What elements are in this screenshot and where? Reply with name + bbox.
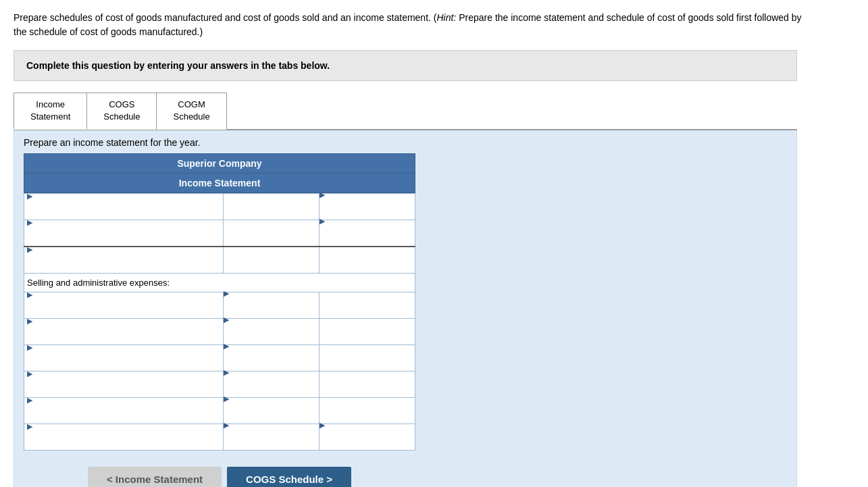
- tabs-container: IncomeStatement COGSSchedule COGMSchedul…: [14, 92, 797, 130]
- row10-col2-input[interactable]: [320, 430, 415, 455]
- row7-col2: [320, 345, 415, 371]
- arrow-icon: ▶: [27, 369, 32, 378]
- label-cell: ▶: [24, 424, 224, 451]
- label-cell: ▶: [24, 220, 224, 247]
- row8-col1-input[interactable]: [224, 377, 319, 403]
- table-row: ▶ ▶: [24, 398, 415, 424]
- label-cell: ▶: [24, 247, 224, 274]
- row5-col1: ▶: [224, 292, 320, 319]
- tab-income-statement[interactable]: IncomeStatement: [14, 93, 87, 130]
- label-cell: ▶: [24, 319, 224, 345]
- arrow-icon: ▶: [224, 342, 229, 351]
- table-row: ▶ ▶ ▶: [24, 424, 415, 451]
- row5-col1-input[interactable]: [224, 298, 319, 324]
- row2-label-input[interactable]: [27, 227, 220, 250]
- instruction-text: Complete this question by entering your …: [26, 60, 784, 71]
- arrow-icon: ▶: [27, 396, 32, 405]
- table-row: ▶ ▶: [24, 292, 415, 319]
- spreadsheet: Superior Company Income Statement ▶ ▶: [24, 153, 415, 451]
- row9-col2-input[interactable]: [320, 398, 415, 424]
- row10-label-input[interactable]: [27, 431, 220, 454]
- tab-instruction: Prepare an income statement for the year…: [24, 137, 787, 148]
- row7-col1-input[interactable]: [224, 351, 319, 376]
- row7-col2-input[interactable]: [320, 345, 415, 371]
- instruction-box: Complete this question by entering your …: [14, 50, 797, 81]
- tab-cogm-schedule[interactable]: COGMSchedule: [156, 93, 226, 130]
- spreadsheet-title: Income Statement: [24, 174, 415, 193]
- row9-col2: [320, 398, 415, 424]
- row6-col2-input[interactable]: [320, 319, 415, 344]
- row2-col1-input[interactable]: [224, 220, 319, 246]
- table-row: ▶: [24, 247, 415, 274]
- arrow-icon: ▶: [320, 421, 325, 430]
- next-button[interactable]: COGS Schedule >: [227, 467, 351, 487]
- arrow-icon: ▶: [320, 190, 325, 199]
- row9-col1-input[interactable]: [224, 403, 319, 429]
- row8-label-input[interactable]: [27, 378, 220, 401]
- arrow-icon: ▶: [27, 218, 32, 227]
- tab-content-area: Prepare an income statement for the year…: [14, 130, 797, 487]
- arrow-icon: ▶: [27, 422, 32, 431]
- arrow-icon: ▶: [27, 317, 32, 326]
- row5-col2-input[interactable]: [320, 292, 415, 318]
- row6-col2: [320, 319, 415, 345]
- table-row: ▶ ▶: [24, 194, 415, 220]
- label-cell: ▶: [24, 398, 224, 424]
- arrow-icon: ▶: [27, 245, 32, 254]
- tab-cogs-schedule[interactable]: COGSSchedule: [86, 93, 157, 130]
- arrow-icon: ▶: [27, 192, 32, 201]
- row1-col2: ▶: [320, 194, 415, 220]
- row10-col1-input[interactable]: [224, 430, 319, 455]
- table-row: ▶ ▶: [24, 319, 415, 345]
- row9-label-input[interactable]: [27, 405, 220, 428]
- row3-label-input[interactable]: [27, 254, 220, 277]
- label-cell: ▶: [24, 371, 224, 398]
- row8-col2-input[interactable]: [320, 371, 415, 397]
- hint-label: Hint:: [437, 12, 457, 23]
- bottom-nav: < Income Statement COGS Schedule >: [24, 467, 415, 487]
- row6-col1-input[interactable]: [224, 324, 319, 350]
- row3-col2: [320, 247, 415, 274]
- row3-col2-input[interactable]: [320, 247, 415, 273]
- label-cell: ▶: [24, 292, 224, 319]
- row5-label-input[interactable]: [27, 299, 220, 322]
- arrow-icon: ▶: [224, 315, 229, 324]
- row8-col2: [320, 371, 415, 398]
- arrow-icon: ▶: [224, 289, 229, 298]
- table-row: ▶ ▶: [24, 371, 415, 398]
- row2-col1: [224, 220, 320, 247]
- label-cell: ▶: [24, 345, 224, 371]
- row5-col2: [320, 292, 415, 319]
- row1-label-input[interactable]: [27, 201, 220, 224]
- arrow-icon: ▶: [224, 394, 229, 403]
- intro-text: Prepare schedules of cost of goods manuf…: [14, 11, 811, 39]
- row1-col1: [224, 194, 320, 220]
- row3-col1: [224, 247, 320, 274]
- label-cell: ▶: [24, 194, 224, 220]
- row7-label-input[interactable]: [27, 352, 220, 375]
- company-name: Superior Company: [24, 153, 415, 174]
- row1-col2-input[interactable]: [320, 199, 415, 225]
- arrow-icon: ▶: [27, 343, 32, 352]
- row6-label-input[interactable]: [27, 326, 220, 349]
- income-statement-table: ▶ ▶ ▶: [24, 193, 415, 451]
- arrow-icon: ▶: [224, 421, 229, 430]
- prev-button[interactable]: < Income Statement: [88, 467, 222, 487]
- table-row: ▶ ▶: [24, 345, 415, 371]
- row1-col1-input[interactable]: [224, 194, 319, 220]
- row3-col1-input[interactable]: [224, 247, 319, 273]
- arrow-icon: ▶: [27, 290, 32, 299]
- row10-col2: ▶: [320, 424, 415, 451]
- arrow-icon: ▶: [320, 217, 325, 226]
- arrow-icon: ▶: [224, 368, 229, 377]
